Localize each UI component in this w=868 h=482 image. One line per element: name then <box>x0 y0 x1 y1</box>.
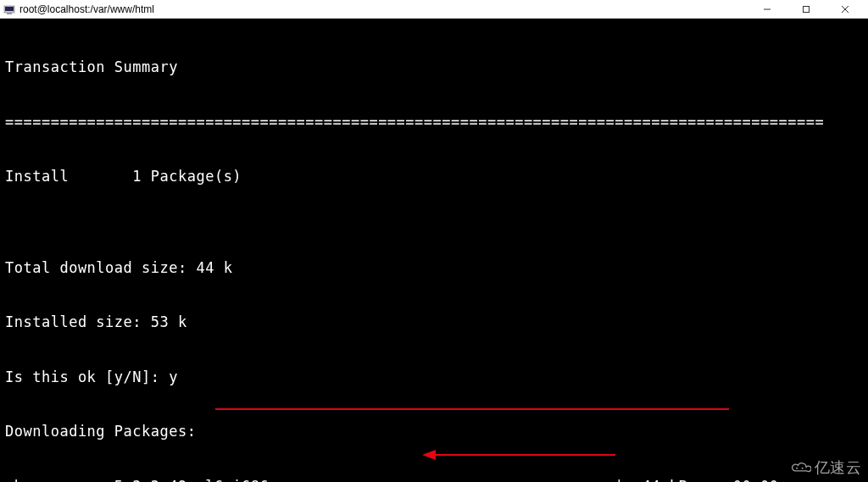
terminal-line: Transaction Summary <box>5 58 863 77</box>
watermark-text: 亿速云 <box>815 459 862 478</box>
terminal-line: Installed size: 53 k <box>5 313 863 332</box>
terminal-line: Total download size: 44 k <box>5 259 863 278</box>
terminal-line: Is this ok [y/N]: y <box>5 368 863 387</box>
terminal-separator: ========================================… <box>5 114 863 132</box>
watermark: 亿速云 <box>789 459 862 478</box>
window-titlebar: root@localhost:/var/www/html <box>0 0 868 19</box>
svg-rect-4 <box>804 6 810 12</box>
maximize-button[interactable] <box>787 0 826 19</box>
annotation-arrow <box>422 447 617 463</box>
svg-point-10 <box>801 468 803 469</box>
putty-icon <box>3 3 15 15</box>
window-title: root@localhost:/var/www/html <box>19 3 748 15</box>
cloud-icon <box>789 460 811 475</box>
minimize-button[interactable] <box>748 0 787 19</box>
terminal-line: Downloading Packages: <box>5 423 863 441</box>
close-button[interactable] <box>826 0 865 19</box>
annotation-underline <box>215 408 729 410</box>
svg-rect-1 <box>5 7 14 11</box>
terminal-area[interactable]: Transaction Summary ====================… <box>0 19 868 482</box>
svg-rect-2 <box>7 13 12 14</box>
window-controls <box>748 0 865 18</box>
terminal-line: Install 1 Package(s) <box>5 168 863 186</box>
svg-marker-8 <box>422 450 436 460</box>
terminal-line: php-process-5.3.3-49.el6.i686.rpm | 44 k… <box>5 478 863 483</box>
svg-point-9 <box>796 468 798 469</box>
